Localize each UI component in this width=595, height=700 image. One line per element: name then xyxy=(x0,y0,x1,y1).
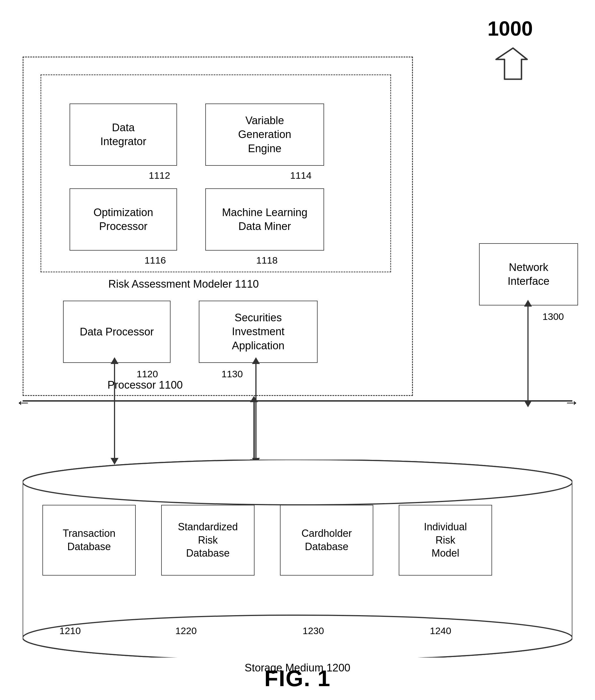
opt-proc-label: Optimization Processor xyxy=(93,206,153,234)
individual-risk-box: Individual Risk Model xyxy=(399,505,492,576)
ref-1240: 1240 xyxy=(430,625,451,636)
bus-line xyxy=(23,400,572,402)
processor-box: Data Integrator 1112 Variable Generation… xyxy=(23,57,413,396)
ml-miner-box: Machine Learning Data Miner xyxy=(205,188,324,251)
ref-1210: 1210 xyxy=(59,625,81,636)
ref-1300: 1300 xyxy=(542,311,564,322)
arrow-to-storage xyxy=(253,401,255,460)
ref-1112: 1112 xyxy=(149,170,170,181)
data-integrator-box: Data Integrator xyxy=(69,104,177,166)
arrow-ni xyxy=(528,305,529,402)
ref-1220: 1220 xyxy=(175,625,197,636)
transaction-db-box: Transaction Database xyxy=(42,505,136,576)
figure-label: FIG. 1 xyxy=(264,666,331,692)
cardholder-db-box: Cardholder Database xyxy=(280,505,373,576)
arrow-securities xyxy=(255,363,256,459)
arrow-data-processor xyxy=(114,363,115,459)
vge-label: Variable Generation Engine xyxy=(238,114,291,156)
data-processor-label: Data Processor xyxy=(80,326,154,338)
ram-box: Data Integrator 1112 Variable Generation… xyxy=(40,74,391,272)
ml-miner-label: Machine Learning Data Miner xyxy=(222,206,307,234)
individual-risk-label: Individual Risk Model xyxy=(424,521,467,560)
data-integrator-label: Data Integrator xyxy=(101,121,146,149)
processor-label: Processor 1100 xyxy=(108,379,183,391)
securities-label: Securities Investment Application xyxy=(232,311,284,353)
ref-1230: 1230 xyxy=(303,625,324,636)
opt-proc-box: Optimization Processor xyxy=(69,188,177,251)
vge-box: Variable Generation Engine xyxy=(205,104,324,166)
ram-label: Risk Assessment Modeler 1110 xyxy=(108,278,259,290)
network-interface-label: Network Interface xyxy=(508,260,549,288)
ref-1000: 1000 xyxy=(487,17,533,40)
ref-1120: 1120 xyxy=(137,368,158,380)
securities-box: Securities Investment Application xyxy=(199,301,318,363)
svg-point-7 xyxy=(23,615,572,657)
standardized-risk-db-label: Standardized Risk Database xyxy=(178,521,238,560)
ref-1114: 1114 xyxy=(290,170,312,181)
transaction-db-label: Transaction Database xyxy=(63,527,116,554)
svg-marker-0 xyxy=(496,48,527,79)
ref-1130: 1130 xyxy=(221,368,243,380)
data-processor-box: Data Processor xyxy=(63,301,171,363)
standardized-risk-db-box: Standardized Risk Database xyxy=(161,505,255,576)
cardholder-db-label: Cardholder Database xyxy=(302,527,352,554)
bus-arrow-left-icon: ← xyxy=(16,393,31,411)
bus-arrow-right-icon: → xyxy=(564,393,579,411)
chevron-icon xyxy=(493,45,530,83)
ref-1118: 1118 xyxy=(256,255,278,266)
network-interface-box: Network Interface xyxy=(479,243,578,305)
svg-point-6 xyxy=(23,459,572,505)
storage-medium: Transaction Database 1210 Standardized R… xyxy=(23,459,572,657)
ref-1116: 1116 xyxy=(144,255,166,266)
